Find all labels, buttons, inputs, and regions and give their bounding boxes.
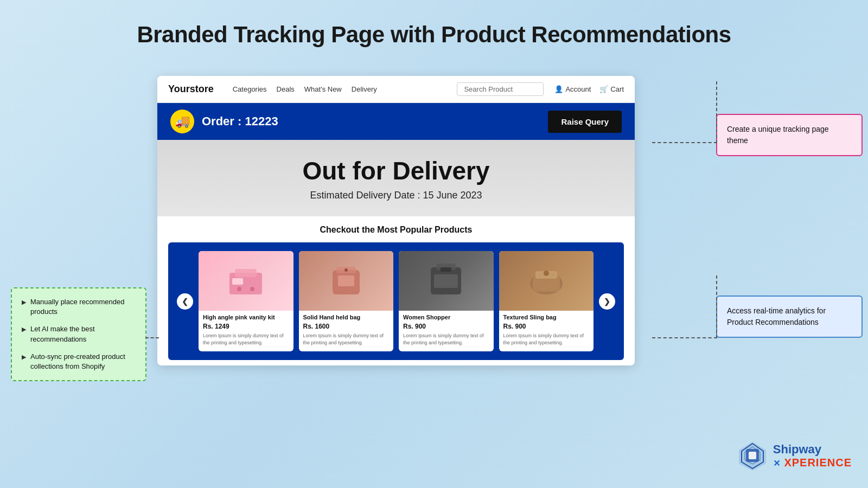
nav-link-whats-new[interactable]: What's New [304, 85, 342, 93]
product-desc-2: Lorem Ipsum is simply dummy text of the … [299, 332, 394, 346]
product-price-1: Rs. 1249 [199, 323, 293, 332]
left-callout-item-1: ▶ Manually place recommended products [22, 297, 136, 317]
shipway-xperience: ✕ XPERIENCE [773, 457, 852, 469]
order-banner: 🚚 Order : 12223 Raise Query [157, 103, 635, 140]
bullet-icon-1: ▶ [22, 298, 26, 306]
left-callout-item-2: ▶ Let AI make the best recommendations [22, 324, 136, 344]
left-callout-list: ▶ Manually place recommended products ▶ … [22, 297, 136, 371]
product-desc-4: Lorem Ipsum is simply dummy text of the … [499, 332, 594, 346]
delivery-date: Estimated Delivery Date : 15 June 2023 [168, 190, 624, 201]
order-info: 🚚 Order : 12223 [170, 110, 278, 133]
product-name-1: High angle pink vanity kit [199, 311, 293, 323]
svg-point-3 [250, 287, 254, 291]
right-bottom-callout-text: Access real-time analytics for Product R… [727, 306, 826, 326]
product-card[interactable]: Textured Sling bag Rs. 900 Lorem Ipsum i… [499, 251, 594, 351]
product-card[interactable]: Solid Hand held bag Rs. 1600 Lorem Ipsum… [299, 251, 394, 351]
product-image-3 [399, 251, 494, 311]
right-top-callout-text: Create a unique tracking page theme [727, 125, 829, 145]
dashed-line-bottom-vertical [716, 275, 717, 338]
products-grid: High angle pink vanity kit Rs. 1249 Lore… [199, 251, 593, 351]
nav-links: Categories Deals What's New Delivery [233, 85, 446, 93]
svg-rect-11 [434, 274, 458, 288]
nav-link-categories[interactable]: Categories [233, 85, 267, 93]
raise-query-button[interactable]: Raise Query [548, 111, 622, 133]
left-callout-box: ▶ Manually place recommended products ▶ … [11, 287, 146, 381]
product-price-4: Rs. 900 [499, 323, 594, 332]
svg-rect-4 [232, 278, 243, 285]
svg-point-16 [544, 271, 549, 276]
order-number: Order : 12223 [202, 114, 278, 129]
product-name-4: Textured Sling bag [499, 311, 594, 323]
product-card[interactable]: Women Shopper Rs. 900 Lorem Ipsum is sim… [399, 251, 494, 351]
svg-rect-20 [749, 452, 756, 459]
store-logo: Yourstore [168, 84, 214, 95]
bullet-icon-3: ▶ [22, 353, 26, 361]
product-desc-1: Lorem Ipsum is simply dummy text of the … [199, 332, 293, 346]
nav-actions: 👤 Account 🛒 Cart [554, 85, 624, 93]
delivery-heading: Out for Delivery [168, 156, 624, 185]
shipway-name: Shipway [773, 442, 852, 457]
svg-rect-1 [235, 269, 257, 277]
product-name-2: Solid Hand held bag [299, 311, 394, 323]
products-carousel: ❮ High angle pink vanity kit Rs. 1249 [168, 242, 624, 360]
svg-point-2 [237, 287, 241, 291]
bullet-icon-2: ▶ [22, 325, 26, 333]
cart-link[interactable]: 🛒 Cart [599, 85, 624, 93]
svg-rect-7 [338, 275, 354, 286]
shipway-icon [736, 439, 769, 472]
dashed-line-top-vertical [716, 81, 717, 143]
nav-link-delivery[interactable]: Delivery [352, 85, 377, 93]
dashed-line-left [145, 337, 159, 338]
right-bottom-callout-box: Access real-time analytics for Product R… [716, 296, 863, 338]
right-top-callout-box: Create a unique tracking page theme [716, 114, 863, 156]
products-section-title: Checkout the Most Popular Products [168, 225, 624, 235]
search-input[interactable]: Search Product [457, 82, 544, 96]
store-navbar: Yourstore Categories Deals What's New De… [157, 76, 635, 103]
product-card[interactable]: High angle pink vanity kit Rs. 1249 Lore… [199, 251, 293, 351]
svg-rect-12 [441, 267, 451, 272]
account-link[interactable]: 👤 Account [554, 85, 591, 93]
delivery-status-section: Out for Delivery Estimated Delivery Date… [157, 140, 635, 216]
product-image-4 [499, 251, 594, 311]
product-image-1 [199, 251, 293, 311]
product-price-3: Rs. 900 [399, 323, 494, 332]
store-mockup: Yourstore Categories Deals What's New De… [157, 76, 635, 365]
product-name-3: Women Shopper [399, 311, 494, 323]
page-title: Branded Tracking Page with Product Recom… [0, 0, 868, 59]
dashed-line-top-horizontal [652, 142, 717, 143]
carousel-next-button[interactable]: ❯ [599, 293, 615, 310]
products-section: Checkout the Most Popular Products ❮ Hi [157, 216, 635, 365]
product-image-2 [299, 251, 394, 311]
shipway-logo: Shipway ✕ XPERIENCE [736, 439, 852, 472]
nav-link-deals[interactable]: Deals [277, 85, 295, 93]
left-callout-item-3: ▶ Auto-sync pre-created product collecti… [22, 352, 136, 371]
product-price-2: Rs. 1600 [299, 323, 394, 332]
delivery-icon: 🚚 [170, 110, 194, 133]
svg-point-8 [344, 268, 348, 272]
dashed-line-bottom-horizontal [652, 337, 717, 338]
carousel-prev-button[interactable]: ❮ [177, 293, 193, 310]
shipway-text-group: Shipway ✕ XPERIENCE [773, 442, 852, 469]
product-desc-3: Lorem Ipsum is simply dummy text of the … [399, 332, 494, 346]
